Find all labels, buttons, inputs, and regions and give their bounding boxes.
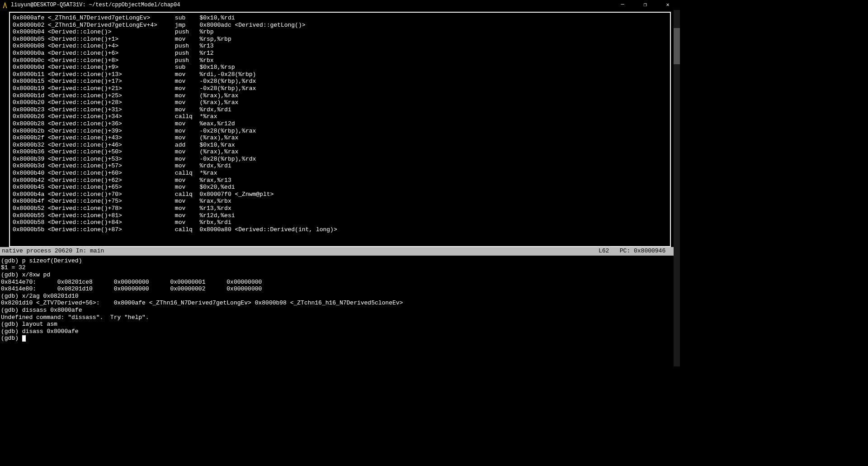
asm-line: 0x8000b15 <Derived::clone()+17> mov -0x2… xyxy=(13,78,667,85)
maximize-button[interactable]: ❐ xyxy=(638,1,652,8)
asm-line: 0x8000b4a <Derived::clone()+70> callq 0x… xyxy=(13,191,667,198)
asm-line: 0x8000b5b <Derived::clone()+87> callq 0x… xyxy=(13,226,667,233)
close-button[interactable]: ✕ xyxy=(661,1,675,8)
asm-line: 0x8000b42 <Derived::clone()+62> mov %rax… xyxy=(13,177,667,184)
asm-line: 0x8000afe <_ZThn16_N7Derived7getLongEv> … xyxy=(13,14,667,22)
asm-line: 0x8000b52 <Derived::clone()+78> mov %r13… xyxy=(13,205,667,212)
asm-line: 0x8000b40 <Derived::clone()+60> callq *%… xyxy=(13,170,667,177)
gdb-line: 0x8414e70: 0x08201ce8 0x00000000 0x00000… xyxy=(1,279,679,286)
asm-line: 0x8000b2f <Derived::clone()+43> mov (%ra… xyxy=(13,134,667,142)
gdb-prompt[interactable]: (gdb) xyxy=(1,335,679,342)
window-title: liuyun@DESKTOP-Q5AT31V: ~/test/cppObject… xyxy=(11,2,616,8)
asm-line: 0x8000b20 <Derived::clone()+28> mov (%ra… xyxy=(13,99,667,106)
gdb-line: Undefined command: "dissass". Try "help"… xyxy=(1,314,679,321)
vertical-scrollbar[interactable] xyxy=(674,10,680,366)
minimize-button[interactable]: — xyxy=(616,1,629,8)
asm-line: 0x8000b36 <Derived::clone()+50> mov (%ra… xyxy=(13,148,667,156)
asm-line: 0x8000b23 <Derived::clone()+31> mov %rdx… xyxy=(13,106,667,114)
gdb-console[interactable]: (gdb) p sizeof(Derived) $1 = 32 (gdb) x/… xyxy=(0,256,680,344)
gdb-line: 0x8414e80: 0x08201d10 0x00000000 0x00000… xyxy=(1,285,679,293)
gdb-prompt-text: (gdb) xyxy=(1,335,22,342)
asm-line: 0x8000b0d <Derived::clone()+9> sub $0x18… xyxy=(13,64,667,71)
asm-line: 0x8000b39 <Derived::clone()+53> mov -0x2… xyxy=(13,156,667,163)
gdb-line: (gdb) layout asm xyxy=(1,321,679,328)
asm-line: 0x8000b58 <Derived::clone()+84> mov %rbx… xyxy=(13,219,667,226)
asm-line: 0x8000b02 <_ZThn16_N7Derived7getLongEv+4… xyxy=(13,22,667,29)
asm-line: 0x8000b3d <Derived::clone()+57> mov %rdx… xyxy=(13,162,667,170)
asm-line: 0x8000b45 <Derived::clone()+65> mov $0x2… xyxy=(13,184,667,191)
status-bar: native process 20620 In: main L62 PC: 0x… xyxy=(0,247,680,256)
window-titlebar: liuyun@DESKTOP-Q5AT31V: ~/test/cppObject… xyxy=(0,0,680,10)
scrollbar-thumb[interactable] xyxy=(674,28,680,64)
app-icon xyxy=(2,2,8,8)
asm-line: 0x8000b26 <Derived::clone()+34> callq *%… xyxy=(13,113,667,120)
asm-line: 0x8000b04 <Derived::clone()> push %rbp xyxy=(13,29,667,36)
asm-line: 0x8000b2b <Derived::clone()+39> mov -0x2… xyxy=(13,128,667,135)
status-location: L62 PC: 0x8000946 xyxy=(599,247,678,255)
gdb-line: (gdb) x/2ag 0x08201d10 xyxy=(1,293,679,300)
asm-line: 0x8000b4f <Derived::clone()+75> mov %rax… xyxy=(13,198,667,205)
gdb-line: (gdb) x/8xw pd xyxy=(1,271,679,279)
asm-line: 0x8000b05 <Derived::clone()+1> mov %rsp,… xyxy=(13,36,667,43)
cursor xyxy=(22,335,26,342)
asm-line: 0x8000b0a <Derived::clone()+6> push %r12 xyxy=(13,50,667,57)
gdb-line: (gdb) dissass 0x8000afe xyxy=(1,307,679,314)
gdb-line: (gdb) p sizeof(Derived) xyxy=(1,257,679,265)
asm-line: 0x8000b28 <Derived::clone()+36> mov %eax… xyxy=(13,120,667,128)
asm-line: 0x8000b1d <Derived::clone()+25> mov (%ra… xyxy=(13,92,667,100)
asm-line: 0x8000b19 <Derived::clone()+21> mov -0x2… xyxy=(13,85,667,92)
assembly-pane[interactable]: 0x8000afe <_ZThn16_N7Derived7getLongEv> … xyxy=(9,12,671,247)
gdb-line: (gdb) disass 0x8000afe xyxy=(1,328,679,335)
gdb-line: $1 = 32 xyxy=(1,264,679,271)
status-process: native process 20620 In: main xyxy=(2,247,599,255)
asm-line: 0x8000b0c <Derived::clone()+8> push %rbx xyxy=(13,57,667,64)
asm-line: 0x8000b08 <Derived::clone()+4> push %r13 xyxy=(13,43,667,50)
asm-line: 0x8000b55 <Derived::clone()+81> mov %r12… xyxy=(13,212,667,219)
gdb-line: 0x8201d10 <_ZTV7Derived+56>: 0x8000afe <… xyxy=(1,300,679,307)
asm-line: 0x8000b11 <Derived::clone()+13> mov %rdi… xyxy=(13,71,667,78)
asm-line: 0x8000b32 <Derived::clone()+46> add $0x1… xyxy=(13,142,667,149)
window-controls: — ❐ ✕ xyxy=(616,1,678,8)
